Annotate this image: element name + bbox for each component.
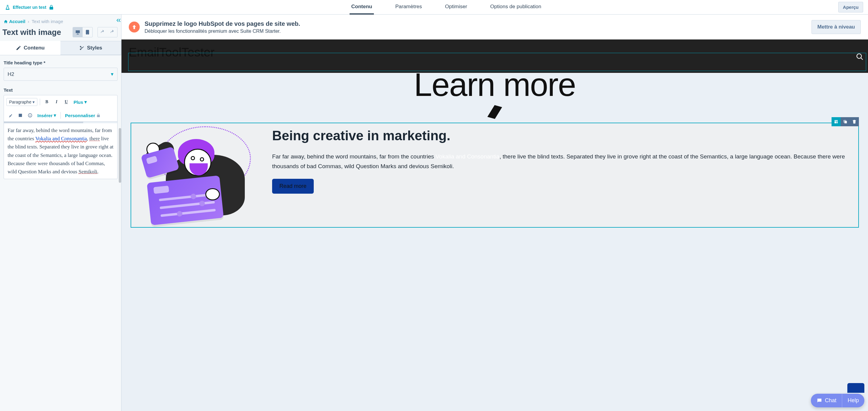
module-text-column: Being creative in marketing. Far far awa…	[272, 124, 853, 222]
redo-icon	[110, 29, 115, 35]
upgrade-button[interactable]: Mettre à niveau	[811, 20, 861, 34]
module-cta-button[interactable]: Read more	[272, 179, 314, 194]
beaker-icon	[5, 5, 10, 10]
breadcrumb: Accueil › Text with image	[0, 14, 121, 25]
search-icon	[856, 53, 864, 61]
rte-attach[interactable]	[6, 111, 15, 120]
breadcrumb-home-label: Accueil	[9, 19, 25, 24]
illus-large-panel	[147, 176, 223, 225]
preview-search-button[interactable]	[856, 53, 864, 62]
rte-more-label: Plus	[73, 100, 83, 105]
tab-content[interactable]: Contenu	[0, 41, 60, 55]
upgrade-banner-subtitle: Débloquer les fonctionnalités premium av…	[145, 29, 300, 34]
rte-insert[interactable]: Insérer▾	[35, 113, 58, 118]
rte-spellcheck-word: there	[89, 136, 100, 141]
hero-slash-decor	[488, 105, 502, 119]
chat-button[interactable]: Chat	[811, 394, 842, 407]
chevrons-left-icon	[115, 17, 122, 24]
scissors-icon	[79, 45, 85, 51]
help-chat-widget: Chat Help	[811, 394, 864, 407]
mobile-icon	[85, 29, 90, 35]
rte-content[interactable]: Far far away, behind the word mountains,…	[4, 123, 117, 179]
overflow-module-stub	[847, 383, 864, 393]
rte-spellcheck-word: Semikoli	[79, 169, 97, 175]
panel-title: Text with image	[2, 28, 68, 37]
preview-hero: Learn more	[122, 66, 868, 119]
rte-personalize-label: Personnaliser	[65, 113, 95, 118]
module-illustration	[132, 124, 260, 222]
preview-button[interactable]: Aperçu	[838, 2, 863, 12]
device-desktop[interactable]	[73, 27, 83, 37]
run-test-link[interactable]: Effectuer un test	[5, 5, 54, 10]
device-mobile[interactable]	[83, 27, 92, 37]
caret-down-icon: ▾	[32, 100, 35, 104]
module-body: Far far away, behind the word mountains,…	[272, 152, 853, 171]
divider	[40, 99, 40, 105]
undo-redo-group	[97, 27, 118, 37]
rte-horizontal-scrollbar[interactable]	[4, 121, 117, 123]
illus-eye	[191, 156, 195, 160]
text-field-label: Text	[4, 87, 118, 93]
arrow-up-icon	[131, 24, 137, 30]
rte-italic[interactable]: I	[52, 98, 61, 106]
tab-content-label: Contenu	[24, 45, 44, 51]
rte-personalize[interactable]: Personnaliser	[63, 113, 102, 118]
panel-vertical-scrollbar[interactable]	[119, 128, 121, 183]
heading-type-select[interactable]: H2 ▾	[4, 68, 118, 81]
upgrade-icon-badge	[129, 22, 140, 32]
panel-tabs: Contenu Styles	[0, 41, 121, 55]
module-delete-button[interactable]	[850, 117, 859, 126]
nav-content[interactable]: Contenu	[349, 0, 374, 14]
redo-button[interactable]	[107, 27, 117, 37]
nav-publish-options[interactable]: Options de publication	[488, 0, 543, 14]
module-edit-button[interactable]	[832, 117, 841, 126]
rte-link-text[interactable]: Vokalia and Consonantia	[35, 136, 87, 141]
caret-down-icon: ▾	[54, 113, 56, 118]
rte-underline[interactable]: U	[62, 98, 70, 106]
page-preview[interactable]: EmailToolTester Learn more	[122, 39, 868, 411]
rte-more[interactable]: Plus▾	[72, 99, 89, 105]
tab-styles[interactable]: Styles	[60, 41, 121, 55]
breadcrumb-home[interactable]: Accueil	[4, 19, 25, 24]
rte-emoji[interactable]	[26, 111, 34, 120]
rte-bold[interactable]: B	[42, 98, 51, 106]
help-button[interactable]: Help	[842, 394, 864, 407]
editor-topbar: Effectuer un test Contenu Paramètres Opt…	[0, 0, 868, 14]
editor-top-nav: Contenu Paramètres Optimiser Options de …	[54, 0, 838, 14]
desktop-icon	[75, 29, 81, 35]
illus-eye	[200, 157, 204, 161]
module-body-highlight: Vokalia and Consonantia	[436, 153, 499, 160]
lock-icon	[96, 113, 100, 118]
collapse-panel-button[interactable]	[115, 17, 122, 25]
panel-title-row: Text with image	[0, 25, 121, 41]
tab-styles-label: Styles	[87, 45, 102, 51]
chat-label: Chat	[825, 397, 836, 404]
image-icon	[18, 113, 23, 118]
module-side-panel: Accueil › Text with image Text with imag…	[0, 14, 122, 411]
divider	[60, 112, 61, 119]
nav-optimize[interactable]: Optimiser	[443, 0, 469, 14]
undo-button[interactable]	[98, 27, 107, 37]
illus-hand	[205, 188, 220, 200]
chat-icon	[816, 398, 823, 404]
svg-point-0	[28, 114, 32, 117]
breadcrumb-current: Text with image	[32, 19, 63, 24]
home-icon	[4, 20, 8, 24]
lock-icon	[49, 5, 54, 10]
clone-icon	[843, 119, 848, 124]
rte-block-selector[interactable]: Paragraphe▾	[6, 98, 37, 106]
upgrade-banner-text: Supprimez le logo HubSpot de vos pages d…	[145, 20, 300, 34]
device-toggle	[72, 27, 93, 37]
rte-block-selector-label: Paragraphe	[9, 100, 31, 104]
module-form: Title heading type * H2 ▾ Text Paragraph…	[0, 55, 121, 411]
nav-settings[interactable]: Paramètres	[393, 0, 424, 14]
selected-module[interactable]: Being creative in marketing. Far far awa…	[131, 123, 859, 228]
module-heading: Being creative in marketing.	[272, 128, 853, 143]
upgrade-banner-title: Supprimez le logo HubSpot de vos pages d…	[145, 20, 300, 27]
edit-icon	[834, 119, 839, 124]
rte-image[interactable]	[16, 111, 25, 120]
chevron-right-icon: ›	[28, 19, 29, 24]
svg-point-1	[29, 115, 30, 115]
module-clone-button[interactable]	[841, 117, 850, 126]
heading-type-value: H2	[8, 71, 14, 77]
